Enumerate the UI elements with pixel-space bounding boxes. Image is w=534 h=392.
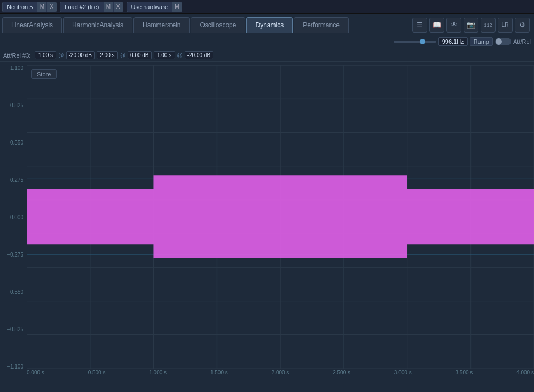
segment1-x-btn[interactable]: X	[46, 2, 56, 12]
book-icon-btn[interactable]: 📖	[429, 18, 444, 33]
y-label-3: 0.275	[1, 177, 26, 183]
param-field-4[interactable]: 0.00 dB	[128, 51, 151, 59]
y-label-0: 1.100	[1, 65, 26, 71]
num-icon-btn[interactable]: 112	[481, 18, 496, 33]
segment1-label: Neutron 5	[3, 4, 37, 10]
tab-oscilloscope[interactable]: Oscilloscope	[191, 17, 245, 33]
attrel-toggle[interactable]	[495, 38, 511, 45]
chart-svg	[27, 65, 534, 369]
eye-icon-btn[interactable]: 👁	[446, 18, 461, 33]
settings-icon-btn[interactable]: ⚙	[515, 18, 530, 33]
param-field-5[interactable]: 1.00 s	[154, 51, 175, 59]
segment1: Neutron 5 M X	[2, 2, 57, 12]
store-button[interactable]: Store	[31, 69, 57, 79]
y-label-4: 0.000	[1, 214, 26, 220]
segment2: Load #2 (file) M X	[60, 2, 123, 12]
x-label-2: 1.000 s	[149, 370, 167, 379]
x-axis: 0.000 s 0.500 s 1.000 s 1.500 s 2.000 s …	[27, 369, 534, 380]
tab-performance[interactable]: Performance	[294, 17, 349, 33]
y-label-1: 0.825	[1, 102, 26, 108]
segment2-x-btn[interactable]: X	[113, 2, 123, 12]
chart-canvas	[27, 65, 534, 369]
param-field-2[interactable]: -20.00 dB	[66, 51, 95, 59]
y-label-7: −0.825	[1, 326, 26, 332]
x-label-1: 0.500 s	[88, 370, 106, 379]
segment2-label: Load #2 (file)	[60, 4, 103, 10]
title-bar: Neutron 5 M X Load #2 (file) M X Use har…	[0, 0, 534, 14]
at-symbol-2: @	[120, 52, 125, 58]
segment3-m-btn[interactable]: M	[172, 2, 182, 12]
x-label-5: 2.500 s	[333, 370, 350, 379]
camera-icon-btn[interactable]: 📷	[464, 18, 478, 33]
freq-display[interactable]: 996.1Hz	[438, 37, 468, 46]
tabs-bar: LinearAnalysis HarmonicAnalysis Hammerst…	[0, 14, 534, 34]
list-icon-btn[interactable]: ☰	[412, 18, 427, 33]
y-label-6: −0.550	[1, 289, 26, 295]
tab-dynamics[interactable]: Dynamics	[246, 17, 293, 33]
controls-row: 996.1Hz Ramp Att/Rel	[0, 34, 534, 49]
y-axis: 1.100 0.825 0.550 0.275 0.000 −0.275 −0.…	[0, 62, 27, 380]
slider-container: 996.1Hz Ramp Att/Rel	[394, 37, 531, 46]
segment2-m-btn[interactable]: M	[104, 2, 113, 12]
segment1-m-btn[interactable]: M	[37, 2, 46, 12]
tab-linearanalysis[interactable]: LinearAnalysis	[2, 17, 62, 33]
ramp-button[interactable]: Ramp	[470, 37, 493, 46]
x-label-8: 4.000 s	[516, 370, 534, 379]
y-label-5: −0.275	[1, 252, 26, 258]
params-row: Att/Rel #3: 1.00 s @ -20.00 dB 2.00 s @ …	[0, 49, 534, 62]
tab-harmonicanalysis[interactable]: HarmonicAnalysis	[63, 17, 132, 33]
attrel-tag-label: Att/Rel #3:	[3, 52, 30, 59]
x-label-7: 3.500 s	[455, 370, 473, 379]
tab-hammerstein[interactable]: Hammerstein	[134, 17, 190, 33]
x-label-3: 1.500 s	[210, 370, 228, 379]
freq-slider[interactable]	[394, 41, 436, 43]
y-label-2: 0.550	[1, 140, 26, 146]
segment3-label: Use hardware	[127, 4, 172, 10]
at-symbol-3: @	[177, 52, 183, 58]
param-field-3[interactable]: 2.00 s	[97, 51, 118, 59]
param-field-1[interactable]: 1.00 s	[35, 51, 56, 59]
y-label-8: −1.100	[1, 364, 26, 370]
attrel-label: Att/Rel	[513, 38, 531, 45]
x-label-0: 0.000 s	[27, 370, 44, 379]
segment3: Use hardware M	[127, 2, 182, 12]
x-label-4: 2.000 s	[272, 370, 289, 379]
chart-wrapper: Neutron 5 Store 1.100 0.825 0.550 0.275 …	[0, 62, 534, 380]
x-label-6: 3.000 s	[394, 370, 412, 379]
toolbar-icons: ☰ 📖 👁 📷 112 LR ⚙	[412, 18, 532, 33]
toggle-knob	[496, 38, 502, 45]
at-symbol-1: @	[58, 52, 64, 58]
lr-icon-btn[interactable]: LR	[498, 18, 513, 33]
param-field-6[interactable]: -20.00 dB	[185, 51, 213, 59]
